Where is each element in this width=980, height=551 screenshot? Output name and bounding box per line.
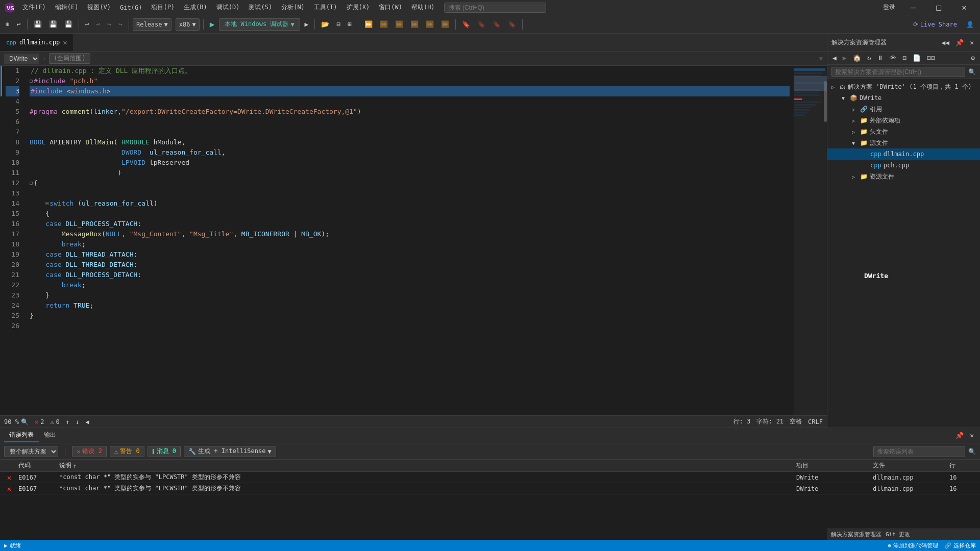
tree-external-deps[interactable]: ▷ 📁 外部依赖项 bbox=[827, 115, 980, 126]
se-home-btn[interactable]: 🏠 bbox=[851, 53, 863, 63]
status-ready[interactable]: ▶ 就绪 bbox=[4, 542, 21, 549]
window-maximize-button[interactable]: □ bbox=[927, 0, 950, 15]
menu-project[interactable]: 项目(P) bbox=[147, 2, 179, 13]
toolbar-props-btn[interactable]: ⊟ bbox=[334, 19, 343, 29]
menu-build[interactable]: 生成(B) bbox=[180, 2, 211, 13]
tree-dllmain[interactable]: cpp dllmain.cpp bbox=[827, 148, 980, 160]
platform-dropdown[interactable]: x86 ▼ bbox=[176, 18, 200, 31]
code-editor[interactable]: 1 2 3 4 5 6 7 8 9 10 11 12 13 14 15 16 1… bbox=[0, 66, 827, 415]
bottom-panel-pin-btn[interactable]: 📌 bbox=[953, 431, 966, 440]
col-file[interactable]: 文件 bbox=[871, 461, 947, 470]
toolbar-undo2-btn[interactable]: ↩ bbox=[93, 19, 103, 29]
toolbar-bookmark-btn[interactable]: 🔖 bbox=[459, 19, 473, 29]
menu-window[interactable]: 窗口(W) bbox=[375, 2, 406, 13]
error-row-2[interactable]: ✕ E0167 *const char *" 类型的实参与 "LPCWSTR" … bbox=[0, 483, 980, 494]
select-repo-button[interactable]: 🔗 选择仓库 bbox=[944, 542, 976, 549]
attach-process-btn[interactable]: ▶ bbox=[302, 19, 311, 29]
menu-file[interactable]: 文件(F) bbox=[18, 2, 50, 13]
toolbar-undo-btn[interactable]: ↩ bbox=[83, 19, 92, 29]
window-close-button[interactable]: ✕ bbox=[952, 0, 976, 15]
col-project[interactable]: 项目 bbox=[794, 461, 871, 470]
col-code[interactable]: 代码 bbox=[16, 461, 57, 470]
status-left-btn[interactable]: ◀ bbox=[85, 418, 89, 425]
toolbar-filter-btn[interactable]: ⊞ bbox=[345, 19, 354, 29]
toolbar-browse-btn[interactable]: 📂 bbox=[318, 19, 332, 29]
toolbar-bm2-btn[interactable]: 🔖 bbox=[475, 19, 488, 29]
se-back-btn[interactable]: ◀ bbox=[830, 53, 839, 63]
toolbar-debug6-btn[interactable]: ⏩ bbox=[438, 19, 452, 29]
warning-filter-button[interactable]: ⚠ 警告 0 bbox=[110, 446, 144, 457]
tree-references[interactable]: ▷ 🔗 引用 bbox=[827, 104, 980, 115]
toolbar-debug4-btn[interactable]: ⏩ bbox=[408, 19, 421, 29]
menu-debug[interactable]: 调试(D) bbox=[212, 2, 244, 13]
menu-extensions[interactable]: 扩展(X) bbox=[342, 2, 374, 13]
se-settings-btn[interactable]: ⚙ bbox=[969, 53, 977, 63]
toolbar-debug2-btn[interactable]: ⏩ bbox=[377, 19, 390, 29]
menu-view[interactable]: 视图(V) bbox=[83, 2, 115, 13]
menu-help[interactable]: 帮助(H) bbox=[407, 2, 439, 13]
panel-pin-btn[interactable]: 📌 bbox=[953, 38, 966, 47]
solution-search-input[interactable] bbox=[831, 67, 965, 77]
code-content[interactable]: // dllmain.cpp : 定义 DLL 应用程序的入口点。 ⊟ #inc… bbox=[26, 66, 794, 415]
tab-dllmain[interactable]: cpp dllmain.cpp ✕ bbox=[0, 34, 74, 51]
error-filter-button[interactable]: ✕ 错误 2 bbox=[72, 446, 107, 457]
status-zoom[interactable]: 90 % 🔍 bbox=[4, 418, 29, 425]
scope-filter-dropdown[interactable]: 整个解决方案 bbox=[4, 446, 58, 457]
global-search-input[interactable] bbox=[444, 3, 546, 13]
se-preview-btn[interactable]: 📄 bbox=[911, 53, 923, 63]
toolbar-save3-btn[interactable]: 💾 bbox=[62, 19, 75, 29]
project-selector[interactable]: DWrite bbox=[4, 54, 39, 64]
window-minimize-button[interactable]: – bbox=[901, 0, 925, 15]
panel-close-btn[interactable]: ✕ bbox=[968, 38, 976, 47]
signin-button[interactable]: 登录 bbox=[879, 3, 899, 12]
tree-sources[interactable]: ▼ 📁 源文件 bbox=[827, 137, 980, 148]
tab-output[interactable]: 输出 bbox=[39, 429, 61, 442]
collapse-btn-2[interactable]: ⊟ bbox=[30, 76, 33, 86]
toolbar-bm4-btn[interactable]: 🔖 bbox=[505, 19, 519, 29]
se-forward-btn[interactable]: ▶ bbox=[841, 53, 849, 63]
tab-error-list[interactable]: 错误列表 bbox=[4, 429, 39, 442]
toolbar-save-btn[interactable]: 💾 bbox=[31, 19, 44, 29]
start-debug-icon[interactable]: ▶ bbox=[207, 18, 217, 30]
se-refresh-btn[interactable]: ↻ bbox=[865, 53, 873, 63]
menu-analyze[interactable]: 分析(N) bbox=[277, 2, 309, 13]
toolbar-debug1-btn[interactable]: ⏩ bbox=[362, 19, 375, 29]
scope-dropdown-icon[interactable]: ▼ bbox=[819, 55, 823, 62]
se-collapse-all-btn[interactable]: ⊟⊟ bbox=[925, 53, 937, 63]
toolbar-new-btn[interactable]: ⊕ bbox=[3, 19, 12, 29]
collapse-btn-12[interactable]: ⊟ bbox=[30, 178, 33, 188]
tree-solution[interactable]: ▷ 🗂 解决方案 'DWrite' (1 个项目，共 1 个) bbox=[827, 81, 980, 92]
se-filter-btn[interactable]: ⊟ bbox=[900, 53, 909, 63]
info-filter-button[interactable]: ℹ 消息 0 bbox=[148, 446, 181, 457]
toolbar-bm3-btn[interactable]: 🔖 bbox=[490, 19, 503, 29]
panel-collapse-btn[interactable]: ◀◀ bbox=[940, 38, 952, 47]
error-search-input[interactable] bbox=[873, 446, 965, 457]
tree-pch[interactable]: cpp pch.cpp bbox=[827, 160, 980, 171]
status-errors-item[interactable]: ✕ 2 bbox=[35, 418, 44, 425]
status-warnings-item[interactable]: ⚠ 0 bbox=[50, 418, 59, 425]
toolbar-save2-btn[interactable]: 💾 bbox=[46, 19, 60, 29]
add-to-source-button[interactable]: ⊕ 添加到源代码管理 bbox=[888, 542, 938, 549]
tree-resources[interactable]: ▷ 📁 资源文件 bbox=[827, 171, 980, 182]
tree-headers[interactable]: ▷ 📁 头文件 bbox=[827, 126, 980, 137]
tree-project[interactable]: ▼ 📦 DWrite bbox=[827, 92, 980, 104]
col-description[interactable]: 说明 ↑ bbox=[57, 461, 794, 470]
toolbar-open-btn[interactable]: ↩ bbox=[14, 19, 23, 29]
col-line[interactable]: 行 bbox=[947, 461, 978, 470]
menu-tools[interactable]: 工具(T) bbox=[310, 2, 341, 13]
rb-tab-git[interactable]: Git 更改 bbox=[886, 531, 911, 538]
toolbar-redo-btn[interactable]: ↪ bbox=[105, 19, 114, 29]
live-share-button[interactable]: ⟳ Live Share bbox=[909, 20, 961, 29]
error-row-1[interactable]: ✕ E0167 *const char *" 类型的实参与 "LPCWSTR" … bbox=[0, 472, 980, 483]
menu-git[interactable]: Git(G) bbox=[116, 3, 146, 12]
se-pause-btn[interactable]: ⏸ bbox=[875, 53, 886, 63]
menu-edit[interactable]: 编辑(E) bbox=[51, 2, 83, 13]
rb-tab-solution[interactable]: 解决方案资源管理器 bbox=[831, 531, 881, 538]
status-up-btn[interactable]: ↑ bbox=[66, 418, 69, 425]
status-down-btn[interactable]: ↓ bbox=[76, 418, 79, 425]
tab-close-button[interactable]: ✕ bbox=[63, 38, 67, 46]
run-debugger-button[interactable]: 本地 Windows 调试器 ▼ bbox=[219, 18, 300, 31]
build-filter-button[interactable]: 🔧 生成 + IntelliSense ▼ bbox=[184, 446, 276, 457]
configuration-dropdown[interactable]: Release ▼ bbox=[133, 18, 172, 31]
collapse-btn-14[interactable]: ⊟ bbox=[45, 198, 48, 209]
